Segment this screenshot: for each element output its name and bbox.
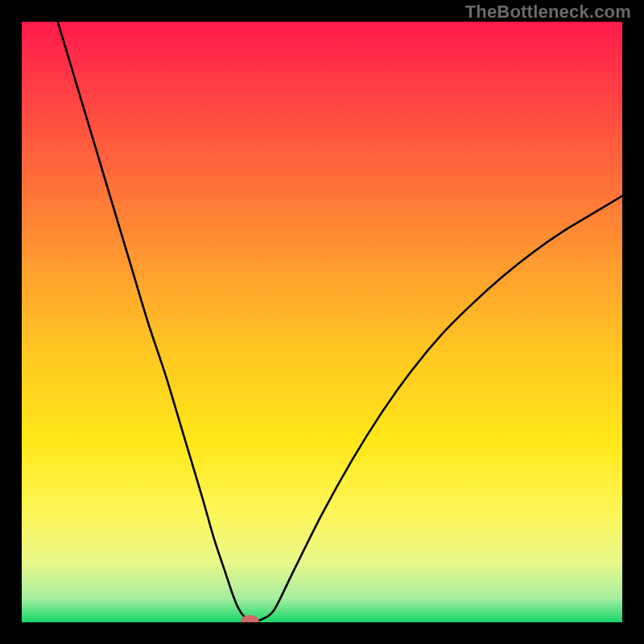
plot-area: [22, 22, 622, 622]
bottleneck-curve: [58, 22, 622, 621]
watermark-text: TheBottleneck.com: [465, 2, 631, 23]
curve-layer: [22, 22, 622, 622]
chart-frame: TheBottleneck.com: [0, 0, 644, 644]
